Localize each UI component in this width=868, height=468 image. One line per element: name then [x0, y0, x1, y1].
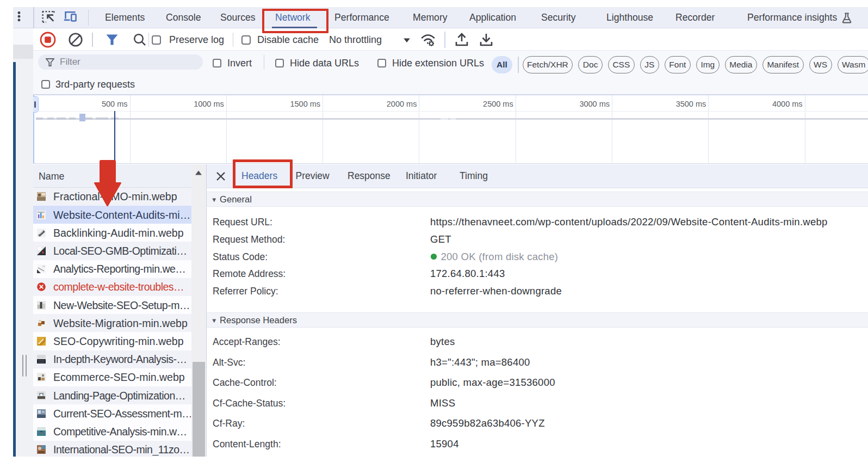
request-row[interactable]: SEO-Copywriting-min.webp [33, 332, 191, 350]
network-conditions-icon[interactable] [420, 33, 436, 47]
tab-security[interactable]: Security [541, 7, 576, 28]
tab-memory[interactable]: Memory [413, 7, 448, 28]
name-column-label: Name [39, 170, 64, 182]
field-label: Status Code: [213, 251, 268, 262]
filter-chip-manifest[interactable]: Manifest [762, 56, 804, 73]
disable-cache-checkbox[interactable] [241, 35, 251, 45]
filter-divider [518, 57, 519, 73]
annotation-box-headers-tab [233, 159, 293, 188]
filter-chip-css[interactable]: CSS [608, 56, 635, 73]
overview-request-mark [36, 118, 43, 120]
overview-grip-bar [34, 101, 36, 108]
request-name: New-Website-SEO-Setup-m… [53, 299, 190, 311]
request-row[interactable]: Local-SEO-GMB-Optimizati… [33, 242, 191, 260]
field-label: Alt-Svc: [213, 356, 245, 368]
details-tab-timing[interactable]: Timing [460, 164, 488, 188]
page-grip-line [26, 355, 27, 377]
overview-request-mark [57, 118, 66, 120]
filter-input[interactable]: Filter [38, 54, 203, 70]
thumbnail-img-fractional [37, 192, 46, 201]
section-header[interactable]: ▼Response Headers [207, 312, 868, 328]
search-icon[interactable] [133, 33, 147, 47]
filter-chip-wasm[interactable]: Wasm [838, 56, 868, 73]
request-row[interactable]: Ecommerce-SEO-min.webp [33, 368, 191, 386]
tab-elements[interactable]: Elements [105, 7, 145, 28]
preserve-log-checkbox[interactable] [152, 35, 161, 45]
export-har-icon[interactable] [480, 33, 493, 47]
hide-extension-urls-checkbox[interactable] [377, 59, 386, 67]
tab-lighthouse[interactable]: Lighthouse [606, 7, 653, 28]
third-party-checkbox[interactable] [41, 80, 50, 89]
tab-console[interactable]: Console [166, 7, 201, 28]
import-har-icon[interactable] [455, 33, 468, 47]
overview-request-mark [47, 118, 54, 120]
details-tab-response[interactable]: Response [348, 164, 390, 188]
filter-chip-img[interactable]: Img [696, 56, 720, 73]
request-row[interactable]: Analytics-Reporting-min.we… [33, 260, 191, 278]
throttling-dropdown[interactable]: No throttling [329, 34, 382, 46]
section-header[interactable]: ▼General [207, 192, 868, 207]
throttling-dropdown-arrow-icon[interactable] [403, 38, 411, 43]
timeline-gridline [708, 95, 709, 164]
request-row[interactable]: International-SEO-min_11zo… [33, 441, 191, 457]
devtools-tabbar: ElementsConsoleSourcesNetworkPerformance… [13, 7, 868, 28]
request-row[interactable]: Current-SEO-Assessment-m… [33, 404, 191, 422]
device-toolbar-icon[interactable] [64, 11, 79, 23]
tab-application[interactable]: Application [469, 7, 516, 28]
tab-performance-insights[interactable]: Performance insights [747, 7, 837, 28]
inspect-element-icon[interactable] [41, 10, 55, 24]
field-value: public, max-age=31536000 [430, 377, 555, 389]
request-row[interactable]: Backlinking-Audit-min.webp [33, 224, 191, 242]
filter-toggle-icon[interactable] [106, 34, 119, 46]
request-name: Landing-Page-Optimization… [53, 389, 185, 402]
thumbnail-img-international [37, 445, 46, 454]
clear-network-log-icon[interactable] [68, 32, 83, 47]
filter-chip-all[interactable]: All [492, 56, 512, 73]
tab-recorder[interactable]: Recorder [675, 7, 715, 28]
preserve-log-label: Preserve log [169, 34, 224, 46]
request-row[interactable]: complete-w-ebsite-troubles… [33, 278, 191, 296]
request-row[interactable]: New-Website-SEO-Setup-m… [33, 296, 191, 314]
filter-chip-font[interactable]: Font [665, 56, 691, 73]
request-row[interactable]: Website-Content-Audits-mi… [33, 206, 191, 224]
details-tab-initiator[interactable]: Initiator [406, 164, 437, 188]
request-name: Website-Migration-min.webp [53, 317, 188, 329]
close-details-icon[interactable] [216, 171, 226, 181]
third-party-label: 3rd-party requests [55, 78, 135, 90]
timeline-label: 4000 ms [764, 100, 803, 108]
record-button-icon[interactable] [39, 31, 57, 48]
filter-chip-fetch-xhr[interactable]: Fetch/XHR [523, 56, 573, 73]
toolbar-divider [92, 33, 93, 47]
request-list-panel: Name Fractional-CMO-min.webpWebsite-Cont… [33, 164, 206, 457]
filter-bar: FilterInvertHide data URLsHide extension… [33, 51, 868, 95]
details-tab-preview[interactable]: Preview [296, 164, 330, 188]
details-tabbar: HeadersPreviewResponseInitiatorTiming [207, 164, 868, 188]
request-row[interactable]: Website-Migration-min.webp [33, 314, 191, 332]
hide-data-urls-checkbox[interactable] [275, 59, 284, 67]
filter-chip-js[interactable]: JS [640, 56, 659, 73]
tab-performance[interactable]: Performance [334, 7, 389, 28]
request-name: International-SEO-min_11zo… [53, 444, 190, 456]
filter-chip-doc[interactable]: Doc [578, 56, 603, 73]
request-row[interactable]: Landing-Page-Optimization… [33, 386, 191, 404]
timeline-gridline [130, 95, 131, 164]
thumbnail-img-landing [37, 391, 46, 400]
flask-icon [840, 11, 853, 24]
invert-checkbox[interactable] [213, 59, 221, 67]
filter-divider [264, 55, 265, 69]
timeline-overview[interactable]: 500 ms1000 ms1500 ms2000 ms2500 ms3000 m… [33, 95, 868, 164]
scrollbar-up-arrow[interactable] [193, 169, 204, 177]
filter-chip-media[interactable]: Media [725, 56, 757, 73]
thumbnail-img-assessment [37, 409, 46, 418]
timeline-gridline [226, 95, 227, 164]
filter-chip-ws[interactable]: WS [809, 56, 832, 73]
more-options-kebab-icon[interactable] [16, 10, 22, 26]
tab-sources[interactable]: Sources [220, 7, 256, 28]
request-row[interactable]: Competitive-Analysis-min.w… [33, 422, 191, 440]
scrollbar-thumb[interactable] [193, 362, 205, 457]
request-row[interactable]: In-depth-Keyword-Analysis-… [33, 350, 191, 368]
request-details-pane: HeadersPreviewResponseInitiatorTiming▼Ge… [207, 164, 868, 457]
overview-window-grip[interactable] [33, 96, 39, 113]
field-label: Request URL: [213, 217, 272, 228]
request-name: Competitive-Analysis-min.w… [53, 425, 187, 438]
